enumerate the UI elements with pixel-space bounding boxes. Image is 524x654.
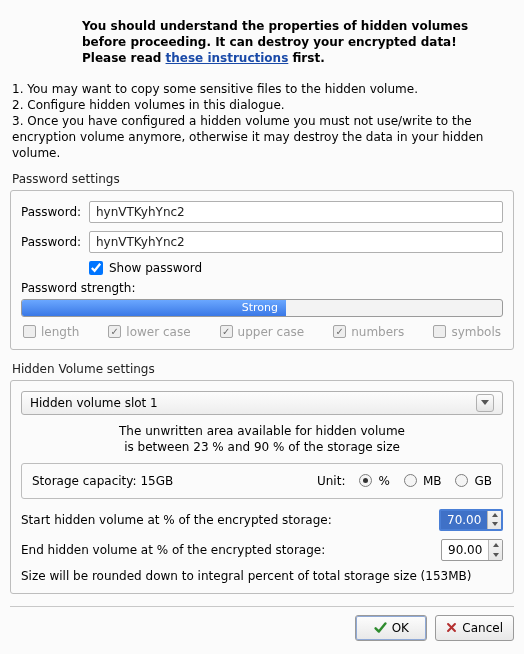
start-percent-stepper[interactable] [439,509,503,531]
unit-label: Unit: [317,474,345,488]
chevron-down-icon [476,394,494,412]
end-percent-input[interactable] [442,540,488,560]
instruction-list: 1. You may want to copy some sensitive f… [12,81,512,162]
password-label: Password: [21,205,89,219]
ok-button[interactable]: OK [355,615,427,641]
instructions-link[interactable]: these instructions [166,51,289,65]
capacity-box: Storage capacity: 15GB Unit: % MB GB [21,463,503,499]
start-percent-label: Start hidden volume at % of the encrypte… [21,513,439,527]
hidden-volume-group-label: Hidden Volume settings [12,362,514,376]
password-strength-bar: Strong [21,299,503,317]
unit-gb-radio[interactable] [455,474,468,487]
show-password-label: Show password [109,261,202,275]
start-spin-up[interactable] [488,511,501,520]
password-input-2[interactable] [89,231,503,253]
hidden-volume-panel: Hidden volume slot 1 The unwritten area … [10,380,514,594]
password-strength-label: Password strength: [21,281,503,295]
cancel-button[interactable]: Cancel [435,615,514,641]
slot-select[interactable]: Hidden volume slot 1 [21,391,503,415]
end-spin-down[interactable] [489,550,502,560]
slot-select-value: Hidden volume slot 1 [30,396,158,410]
password-group-label: Password settings [12,172,514,186]
unit-percent-radio[interactable] [359,474,372,487]
start-percent-input[interactable] [441,511,487,529]
criteria-length-icon [23,325,36,338]
password-confirm-label: Password: [21,235,89,249]
password-panel: Password: Password: Show password Passwo… [10,190,514,350]
end-percent-stepper[interactable] [441,539,503,561]
show-password-checkbox[interactable] [89,261,103,275]
ok-icon [374,621,387,634]
warning-text: You should understand the properties of … [82,18,504,67]
close-icon [446,622,457,633]
criteria-symbols-icon [433,325,446,338]
end-percent-label: End hidden volume at % of the encrypted … [21,543,441,557]
password-input-1[interactable] [89,201,503,223]
criteria-numbers-icon [333,325,346,338]
storage-capacity-label: Storage capacity: 15GB [32,474,173,488]
criteria-upper-icon [220,325,233,338]
available-area-info: The unwritten area available for hidden … [21,423,503,455]
rounding-note: Size will be rounded down to integral pe… [21,569,503,583]
end-spin-up[interactable] [489,540,502,550]
start-spin-down[interactable] [488,520,501,529]
password-criteria: length lower case upper case numbers sym… [21,325,503,339]
divider [10,606,514,607]
unit-mb-radio[interactable] [404,474,417,487]
criteria-lower-icon [108,325,121,338]
